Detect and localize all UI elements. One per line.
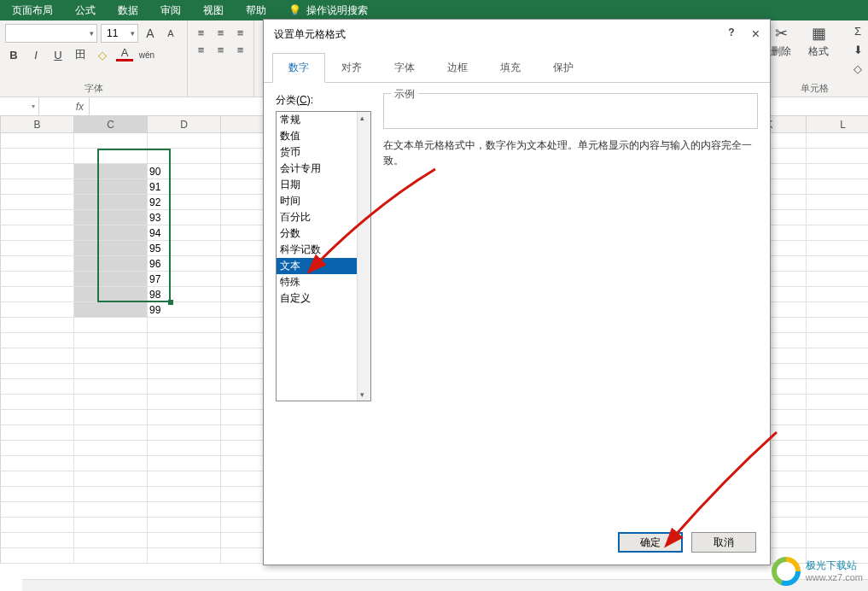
cell[interactable] [1, 241, 74, 256]
cell[interactable] [807, 471, 868, 487]
tab-formulas[interactable]: 公式 [75, 3, 96, 18]
cell[interactable]: 95 [148, 241, 221, 256]
cell[interactable] [74, 287, 148, 302]
cell[interactable]: 97 [148, 272, 221, 287]
cell[interactable] [74, 395, 148, 410]
cell[interactable] [74, 502, 148, 518]
cell[interactable] [74, 379, 148, 395]
cell[interactable]: 92 [148, 195, 221, 210]
cell[interactable] [74, 333, 148, 348]
cell[interactable]: 94 [148, 225, 221, 241]
fill-color-button[interactable]: ◇ [94, 46, 111, 63]
align-center-icon[interactable]: ≡ [213, 41, 229, 58]
help-button[interactable]: ? [728, 26, 734, 42]
cell[interactable] [807, 195, 868, 210]
tab-review[interactable]: 审阅 [160, 3, 181, 18]
cell[interactable] [807, 241, 868, 256]
cell[interactable] [807, 164, 868, 179]
cell[interactable] [74, 164, 148, 179]
cell[interactable] [807, 210, 868, 225]
cell[interactable] [1, 364, 74, 379]
selection-handle[interactable] [168, 300, 173, 305]
cell[interactable] [807, 364, 868, 379]
cell[interactable] [74, 533, 148, 548]
cell[interactable] [148, 395, 221, 410]
cell[interactable] [74, 548, 148, 564]
cell[interactable] [807, 287, 868, 302]
cell[interactable] [807, 533, 868, 548]
cell[interactable] [807, 256, 868, 272]
cell[interactable] [807, 302, 868, 318]
col-header-D[interactable]: D [148, 116, 221, 132]
cell[interactable] [148, 533, 221, 548]
cell[interactable] [148, 348, 221, 364]
cell[interactable]: 91 [148, 179, 221, 195]
cell[interactable] [74, 241, 148, 256]
cell[interactable] [74, 195, 148, 210]
cell[interactable] [148, 333, 221, 348]
cell[interactable] [148, 456, 221, 471]
close-button[interactable]: × [752, 26, 760, 42]
cell[interactable] [74, 225, 148, 241]
format-cells-button[interactable]: ▦ 格式 [801, 24, 836, 59]
align-bottom-icon[interactable]: ≡ [232, 24, 248, 41]
cell[interactable] [807, 502, 868, 518]
bold-button[interactable]: B [5, 46, 22, 63]
cell[interactable]: 96 [148, 256, 221, 272]
tab-view[interactable]: 视图 [203, 3, 224, 18]
cell[interactable] [148, 548, 221, 564]
cell[interactable] [74, 348, 148, 364]
align-middle-icon[interactable]: ≡ [213, 24, 229, 41]
cell[interactable] [1, 502, 74, 518]
cell[interactable] [148, 425, 221, 441]
cell[interactable] [74, 425, 148, 441]
cell[interactable]: 98 [148, 287, 221, 302]
cell[interactable] [1, 410, 74, 425]
cell[interactable]: 99 [148, 302, 221, 318]
cell[interactable] [74, 487, 148, 502]
cell[interactable] [1, 195, 74, 210]
cell[interactable] [148, 518, 221, 533]
cell[interactable] [807, 318, 868, 333]
ok-button[interactable]: 确定 [618, 532, 683, 553]
underline-button[interactable]: U [50, 46, 67, 63]
cell[interactable] [1, 518, 74, 533]
cancel-button[interactable]: 取消 [691, 532, 756, 553]
cell[interactable] [1, 164, 74, 179]
cell[interactable] [1, 179, 74, 195]
cell[interactable] [74, 133, 148, 149]
cell[interactable] [148, 471, 221, 487]
cell[interactable] [1, 333, 74, 348]
cell[interactable] [74, 441, 148, 456]
cell[interactable] [74, 471, 148, 487]
cell[interactable] [1, 272, 74, 287]
cell[interactable] [1, 441, 74, 456]
cell[interactable] [148, 441, 221, 456]
col-header-C[interactable]: C [74, 116, 148, 132]
cell[interactable] [807, 133, 868, 149]
cell[interactable] [148, 364, 221, 379]
cell[interactable] [807, 348, 868, 364]
cell[interactable] [74, 364, 148, 379]
cell[interactable] [148, 133, 221, 149]
align-left-icon[interactable]: ≡ [193, 41, 209, 58]
cell[interactable]: 93 [148, 210, 221, 225]
font-color-button[interactable]: A [116, 46, 133, 61]
increase-font-icon[interactable]: A [142, 25, 159, 42]
cell[interactable] [148, 410, 221, 425]
tell-me-search[interactable]: 操作说明搜索 [306, 3, 368, 18]
font-size-select[interactable]: 11 [101, 24, 138, 43]
cell[interactable] [1, 487, 74, 502]
cell[interactable] [74, 302, 148, 318]
cell[interactable] [807, 487, 868, 502]
cell[interactable] [1, 533, 74, 548]
listbox-scrollbar[interactable] [357, 112, 370, 401]
cell[interactable] [74, 518, 148, 533]
cell[interactable] [74, 256, 148, 272]
cell[interactable] [1, 318, 74, 333]
cell[interactable] [1, 456, 74, 471]
cell[interactable] [807, 395, 868, 410]
cell[interactable] [74, 410, 148, 425]
cell[interactable] [807, 456, 868, 471]
tab-fill[interactable]: 填充 [484, 53, 537, 83]
